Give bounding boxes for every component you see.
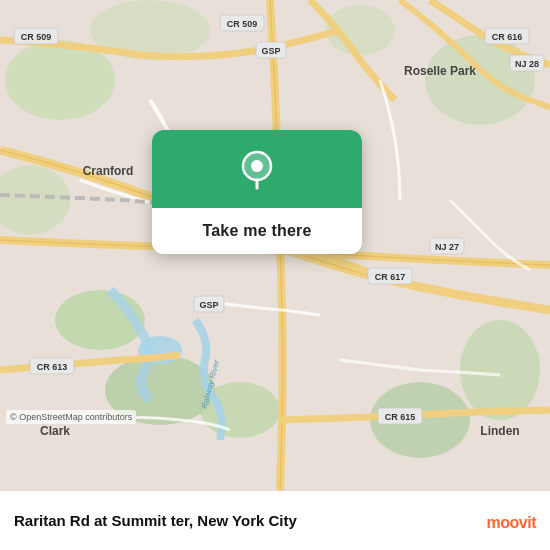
svg-point-7 [460,320,540,420]
nj28-label: NJ 28 [515,59,539,69]
nj27-label: NJ 27 [435,242,459,252]
bottom-bar: Raritan Rd at Summit ter, New York City … [0,490,550,550]
roselle-park-label: Roselle Park [404,64,476,78]
gsp-top-label: GSP [261,46,280,56]
cr616-label: CR 616 [492,32,523,42]
location-pin-icon [235,148,279,192]
linden-label: Linden [480,424,519,438]
popup-card: Take me there [152,130,362,254]
take-me-there-button[interactable]: Take me there [152,208,362,254]
moovit-logo: moovit [487,514,536,532]
cr613-label: CR 613 [37,362,68,372]
moovit-brand-text: moovit [487,514,536,532]
cr615-label: CR 615 [385,412,416,422]
svg-point-23 [251,160,263,172]
gsp-mid-label: GSP [199,300,218,310]
cr509-tr-label: CR 509 [227,19,258,29]
map-container[interactable]: CR 509 CR 509 CR 616 GSP NJ 28 Cranford … [0,0,550,490]
popup-tail [245,253,269,254]
cr617-label: CR 617 [375,272,406,282]
copyright-notice: © OpenStreetMap contributors [6,410,136,424]
clark-label: Clark [40,424,70,438]
svg-point-8 [425,35,535,125]
location-title: Raritan Rd at Summit ter, New York City [14,512,536,529]
cr509-tl-label: CR 509 [21,32,52,42]
popup-green-header [152,130,362,208]
cranford-label: Cranford [83,164,134,178]
